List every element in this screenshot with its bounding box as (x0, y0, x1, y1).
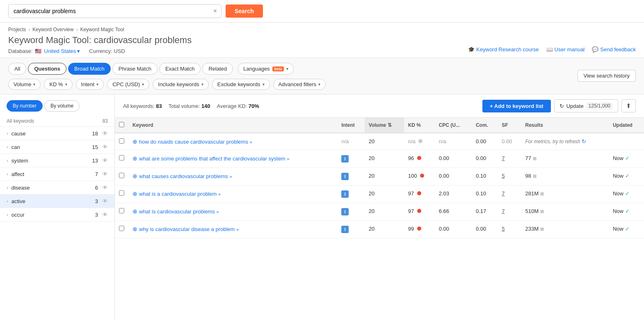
flag-icon: 🇺🇸 (35, 48, 41, 54)
keywords-table: Keyword Intent Volume ⇅ KD % CPC (U... C… (115, 118, 644, 238)
cpc-filter[interactable]: CPC (USD) ▾ (107, 79, 149, 90)
update-button[interactable]: ↻ Update 125/1,000 (554, 99, 618, 112)
kd-dot (420, 174, 424, 178)
row-checkbox[interactable] (119, 226, 124, 231)
eye-icon[interactable]: 👁 (102, 171, 108, 177)
cpc-cell: 0.00 (435, 221, 472, 238)
include-keywords-filter[interactable]: Include keywords ▾ (153, 79, 208, 90)
tab-related[interactable]: Related (202, 63, 233, 75)
eye-icon[interactable]: 👁 (102, 198, 108, 204)
intent-cell: I (337, 185, 365, 203)
chat-icon: 💬 (592, 46, 598, 53)
database-country-link[interactable]: United States ▾ (44, 48, 80, 54)
languages-button[interactable]: Languages beta ▾ (238, 63, 294, 75)
view-search-history-button[interactable]: View search history (578, 70, 636, 82)
tab-broad-match[interactable]: Broad Match (68, 63, 111, 75)
row-checkbox[interactable] (119, 138, 124, 144)
sidebar-item-active[interactable]: › active 3 👁 (0, 195, 114, 208)
row-checkbox-cell (115, 203, 128, 221)
sidebar-item-can[interactable]: › can 15 👁 (0, 140, 114, 154)
advanced-filters[interactable]: Advanced filters ▾ (273, 79, 326, 90)
chevron-right-icon: › (7, 144, 8, 149)
check-icon: ✓ (625, 190, 630, 197)
keyword-link[interactable]: what are some problems that affect the c… (139, 156, 285, 162)
updated-cell: Now ✓ (609, 221, 644, 238)
export-button[interactable]: ⬆ (621, 99, 636, 112)
sf-link[interactable]: 7 (502, 208, 505, 214)
eye-icon[interactable]: 👁 (102, 184, 108, 191)
sidebar-label: cause (11, 131, 92, 137)
intent-badge: I (341, 173, 349, 180)
volume-filter[interactable]: Volume ▾ (8, 79, 41, 90)
tab-all[interactable]: All (8, 63, 26, 75)
keyword-link[interactable]: what causes cardiovascular problems (139, 173, 228, 179)
add-to-keyword-list-button[interactable]: + Add to keyword list (482, 100, 551, 112)
sidebar-item-affect[interactable]: › affect 7 👁 (0, 167, 114, 181)
row-checkbox[interactable] (119, 208, 124, 213)
sidebar-item-cause[interactable]: › cause 18 👁 (0, 127, 114, 140)
results-cell: 510M ⊞ (521, 203, 609, 221)
volume-cell: 20 (365, 133, 404, 150)
sf-cell: 5 (498, 221, 521, 238)
row-checkbox[interactable] (119, 155, 124, 160)
intent-badge: I (341, 208, 349, 215)
updated-cell: Now ✓ (609, 185, 644, 203)
sidebar-label: disease (11, 185, 95, 191)
user-manual-link[interactable]: 📖 User manual (546, 46, 585, 53)
search-input[interactable] (9, 5, 221, 18)
search-button[interactable]: Search (226, 5, 263, 18)
add-circle-icon[interactable]: ⊕ (132, 155, 137, 162)
select-all-checkbox[interactable] (119, 122, 124, 127)
sidebar-item-system[interactable]: › system 13 👁 (0, 154, 114, 167)
send-feedback-link[interactable]: 💬 Send feedback (592, 46, 636, 53)
row-checkbox[interactable] (119, 190, 124, 196)
keyword-research-course-link[interactable]: 🎓 Keyword Research course (468, 46, 539, 53)
sidebar-item-occur[interactable]: › occur 3 👁 (0, 208, 114, 222)
add-circle-icon[interactable]: ⊕ (132, 138, 137, 145)
eye-icon[interactable]: 👁 (102, 130, 108, 137)
navigate-icon: » (217, 209, 219, 214)
eye-icon[interactable]: 👁 (102, 144, 108, 150)
sidebar-label: affect (11, 171, 95, 177)
intent-filter[interactable]: Intent ▾ (76, 79, 104, 90)
by-volume-toggle[interactable]: By volume (44, 100, 80, 112)
add-circle-icon[interactable]: ⊕ (132, 226, 137, 232)
add-circle-icon[interactable]: ⊕ (132, 208, 137, 215)
by-number-toggle[interactable]: By number (7, 100, 43, 112)
sf-link[interactable]: 7 (502, 190, 505, 197)
kd-filter[interactable]: KD % ▾ (44, 79, 72, 90)
results-cell: 233M ⊞ (521, 221, 609, 238)
breadcrumb-keyword-overview[interactable]: Keyword Overview (32, 27, 73, 32)
eye-icon[interactable]: 👁 (102, 157, 108, 164)
tab-phrase-match[interactable]: Phrase Match (112, 63, 158, 75)
clear-button[interactable]: × (213, 8, 217, 14)
breadcrumb-current: Keyword Magic Tool (80, 27, 124, 32)
sf-link[interactable]: 5 (502, 173, 505, 179)
sf-link[interactable]: 7 (502, 155, 505, 161)
table-row: ⊕what is cardiovascular problems »I2097 … (115, 203, 644, 221)
keyword-link[interactable]: what is cardiovascular problems (139, 208, 215, 215)
kd-dot (417, 209, 421, 213)
row-checkbox[interactable] (119, 173, 124, 178)
header-area: Projects › Keyword Overview › Keyword Ma… (0, 23, 644, 58)
exclude-keywords-filter[interactable]: Exclude keywords ▾ (212, 79, 270, 90)
refresh-icon[interactable]: ↻ (582, 138, 586, 144)
keyword-link[interactable]: how do nsaids cause cardiovascular probl… (139, 139, 248, 145)
breadcrumb-projects[interactable]: Projects (8, 27, 26, 32)
keyword-link[interactable]: what is a cardiovascular problem (139, 191, 217, 197)
cpc-column-header: CPC (U... (435, 118, 472, 133)
add-circle-icon[interactable]: ⊕ (132, 173, 137, 179)
add-circle-icon[interactable]: ⊕ (132, 190, 137, 197)
sidebar-item-disease[interactable]: › disease 6 👁 (0, 181, 114, 195)
com-cell: 0.00 (472, 150, 498, 168)
volume-column-header[interactable]: Volume ⇅ (365, 118, 404, 133)
chevron-down-icon: ▾ (96, 82, 98, 87)
results-icon: ⊞ (533, 156, 537, 161)
tab-exact-match[interactable]: Exact Match (159, 63, 201, 75)
keyword-link[interactable]: why is cardiovascular disease a problem (139, 226, 235, 232)
sidebar-count: 3 (95, 198, 98, 204)
results-cell: 98 ⊞ (521, 168, 609, 185)
sf-link[interactable]: 5 (502, 226, 505, 232)
eye-icon[interactable]: 👁 (102, 211, 108, 218)
tab-questions[interactable]: Questions (28, 63, 66, 75)
